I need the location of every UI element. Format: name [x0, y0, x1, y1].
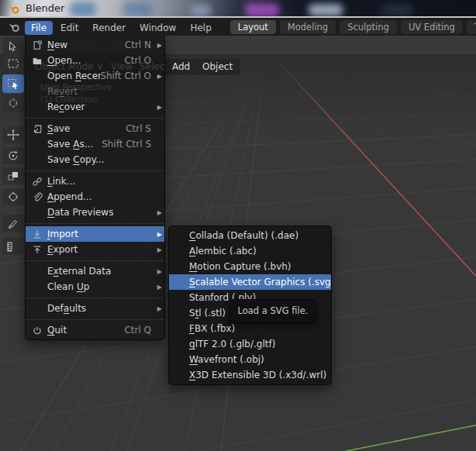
- file-menu-item-export[interactable]: Export▶: [26, 242, 164, 257]
- menu-item-label: Quit: [47, 325, 124, 336]
- file-menu-item-defaults[interactable]: Defaults▶: [26, 301, 164, 316]
- workspace-tab-sculpting[interactable]: Sculpting: [340, 20, 397, 34]
- file-menu-item-open[interactable]: Open...Ctrl O: [26, 53, 164, 68]
- menu-item-label: Defaults: [47, 303, 151, 314]
- menu-separator: [26, 316, 164, 322]
- window-title: Blender: [26, 2, 64, 14]
- icon-spacer: [32, 207, 43, 219]
- import-item-fbx-fbx[interactable]: FBX (.fbx): [169, 321, 331, 336]
- file-menu-item-recover[interactable]: Recover▶: [26, 99, 164, 115]
- import-item-scalable-vector-graphics-svg[interactable]: Scalable Vector Graphics (.svg): [169, 274, 331, 290]
- submenu-arrow-icon: ▶: [153, 42, 162, 49]
- submenu-arrow-icon: ▶: [153, 231, 162, 238]
- icon-spacer: [32, 266, 43, 277]
- menu-item-label: Link...: [47, 176, 151, 187]
- object-menu[interactable]: Object: [195, 59, 240, 75]
- menu-item-label: Open Recent: [47, 71, 100, 81]
- workspace-tab-texture-paint[interactable]: Texture Paint: [467, 20, 476, 34]
- menu-item-label: X3D Extensible 3D (.x3d/.wrl): [189, 370, 331, 380]
- file-menu-item-save-copy[interactable]: Save Copy...: [26, 152, 164, 167]
- workspace-tab-modeling[interactable]: Modeling: [280, 20, 336, 34]
- submenu-arrow-icon: ▶: [153, 246, 162, 253]
- scale-tool[interactable]: [2, 167, 24, 184]
- menu-item-label: Scalable Vector Graphics (.svg): [189, 277, 331, 287]
- menubar-item-render[interactable]: Render: [86, 21, 132, 35]
- measure-tool[interactable]: [2, 238, 24, 255]
- import-item-alembic-abc[interactable]: Alembic (.abc): [169, 243, 331, 259]
- move-tool[interactable]: [2, 126, 24, 143]
- workspace-tab-uv-editing[interactable]: UV Editing: [401, 20, 463, 34]
- icon-spacer: [32, 303, 43, 315]
- menu-item-shortcut: Ctrl S: [126, 123, 151, 134]
- background-blob: [70, 2, 96, 17]
- submenu-arrow-icon: ▶: [153, 104, 162, 111]
- menu-item-shortcut: Ctrl N: [125, 40, 151, 50]
- rotate-tool[interactable]: [2, 147, 24, 164]
- file-menu-item-append[interactable]: Append...: [26, 189, 164, 205]
- file-menu-item-save[interactable]: SaveCtrl S: [26, 121, 164, 136]
- icon-spacer: [32, 86, 43, 98]
- window-border: [0, 16, 476, 18]
- file-menu-dropdown: NewCtrl N▶Open...Ctrl OOpen RecentShift …: [25, 36, 165, 340]
- tooltip: Load a SVG file.: [229, 299, 316, 323]
- file-menu-item-import[interactable]: Import▶: [26, 226, 164, 242]
- menu-item-label: Revert: [47, 86, 151, 97]
- background-blob: [191, 5, 211, 16]
- workspace-tab-layout[interactable]: Layout: [230, 20, 276, 34]
- folder-icon: [32, 55, 43, 67]
- menu-item-label: Save Copy...: [47, 154, 151, 165]
- file-new-icon: [32, 40, 43, 51]
- menu-item-label: Save: [47, 123, 126, 134]
- box-select-tool[interactable]: [2, 55, 24, 72]
- submenu-arrow-icon: ▶: [153, 209, 162, 216]
- menu-item-label: External Data: [47, 266, 151, 277]
- menu-item-shortcut: Ctrl Q: [124, 325, 151, 336]
- submenu-arrow-icon: ▶: [153, 73, 162, 80]
- add-menu[interactable]: Add: [164, 59, 198, 75]
- active-select-tool[interactable]: [2, 74, 24, 93]
- import-item-collada-default-dae[interactable]: Collada (Default) (.dae): [169, 228, 331, 243]
- top-menu-bar: FileEditRenderWindowHelp LayoutModelingS…: [0, 18, 476, 36]
- menu-item-label: Alembic (.abc): [189, 246, 331, 256]
- viewport-3d[interactable]: Object Mode ∨ View Select Add Object Use…: [0, 36, 476, 451]
- file-menu-item-open-recent[interactable]: Open RecentShift Ctrl O▶: [26, 68, 164, 84]
- menubar-item-help[interactable]: Help: [184, 21, 217, 35]
- file-menu-item-clean-up[interactable]: Clean Up▶: [26, 279, 164, 294]
- menu-item-label: FBX (.fbx): [189, 323, 331, 334]
- file-menu-item-external-data[interactable]: External Data▶: [26, 263, 164, 279]
- blender-window: Blender FileEditRenderWindowHelp LayoutM…: [0, 0, 476, 451]
- background-blob: [122, 2, 152, 17]
- menu-separator: [26, 220, 164, 226]
- file-menu-item-data-previews[interactable]: Data Previews▶: [26, 205, 164, 220]
- background-blob: [381, 5, 412, 15]
- menu-item-label: Data Previews: [47, 207, 151, 218]
- import-item-motion-capture-bvh[interactable]: Motion Capture (.bvh): [169, 259, 331, 274]
- file-menu-item-link[interactable]: Link...: [26, 174, 164, 189]
- menu-item-shortcut: Shift Ctrl O: [100, 71, 151, 81]
- import-item-x3d-extensible-3d-x3d-wrl[interactable]: X3D Extensible 3D (.x3d/.wrl): [169, 367, 331, 383]
- file-menu-item-new[interactable]: NewCtrl N▶: [26, 37, 164, 53]
- submenu-arrow-icon: ▶: [153, 284, 162, 291]
- menu-item-label: Clean Up: [47, 281, 151, 292]
- menubar-item-file[interactable]: File: [25, 21, 53, 35]
- menu-item-label: Save As...: [47, 139, 102, 150]
- blender-menu-logo-icon[interactable]: [5, 20, 23, 33]
- menubar-item-edit[interactable]: Edit: [54, 21, 85, 35]
- tweak-select-tool[interactable]: [2, 38, 24, 55]
- file-menu-item-save-as[interactable]: Save As...Shift Ctrl S: [26, 136, 164, 152]
- save-icon: [32, 123, 43, 135]
- import-item-gltf-2-0-glb-gltf[interactable]: glTF 2.0 (.glb/.gltf): [169, 336, 331, 352]
- menu-item-shortcut: Shift Ctrl S: [102, 139, 151, 150]
- annotate-tool[interactable]: [2, 215, 24, 232]
- menu-separator: [26, 167, 164, 174]
- menu-item-label: glTF 2.0 (.glb/.gltf): [189, 339, 331, 349]
- link-icon: [32, 176, 43, 188]
- cursor-tool[interactable]: [2, 95, 24, 112]
- menu-item-label: Open...: [47, 55, 124, 66]
- file-menu-item-quit[interactable]: QuitCtrl Q: [26, 322, 164, 338]
- menubar-item-window[interactable]: Window: [133, 21, 182, 35]
- background-blob: [309, 4, 343, 16]
- import-item-wavefront-obj[interactable]: Wavefront (.obj): [169, 352, 331, 367]
- file-menu-item-revert[interactable]: Revert: [26, 84, 164, 99]
- transform-tool[interactable]: [2, 188, 24, 205]
